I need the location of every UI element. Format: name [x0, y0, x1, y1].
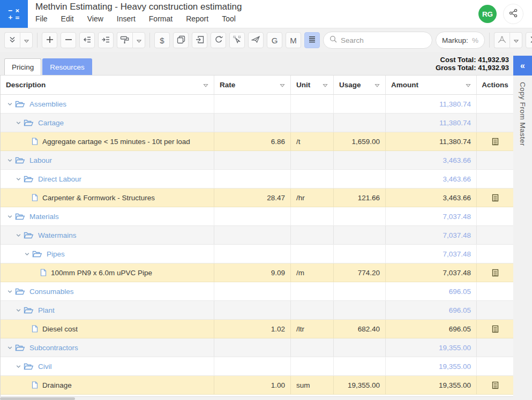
pdf-export-button[interactable]	[494, 32, 509, 48]
amount-cell[interactable]: 696.05	[386, 282, 477, 300]
chevron-down-icon[interactable]	[7, 289, 13, 295]
folder-name[interactable]: Subcontractors	[29, 344, 78, 352]
rate-cell[interactable]: 6.86	[214, 132, 291, 150]
menu-insert[interactable]: Insert	[117, 14, 136, 23]
unit-cell[interactable]: /m	[291, 263, 334, 282]
rate-cell[interactable]: 1.00	[214, 376, 291, 394]
usage-cell[interactable]	[334, 95, 386, 113]
pdf-options-button[interactable]	[509, 32, 522, 48]
amount-cell[interactable]: 19,355.00	[386, 357, 477, 375]
item-description[interactable]: 100mm PN9 x 6.0m uPVC Pipe	[51, 269, 152, 277]
table-row[interactable]: Civil19,355.00	[1, 357, 513, 376]
chevron-down-icon[interactable]	[16, 120, 21, 126]
unit-cell[interactable]	[291, 114, 334, 132]
folder-name[interactable]: Labour	[29, 156, 52, 164]
panel-expand-button[interactable]: «	[513, 56, 532, 76]
folder-name[interactable]: Civil	[38, 363, 52, 371]
rate-cell[interactable]	[214, 114, 291, 132]
share-button[interactable]	[503, 4, 523, 24]
amount-cell[interactable]: 19,355.00	[386, 338, 477, 357]
unit-cell[interactable]	[291, 338, 334, 357]
scrollbar-thumb[interactable]	[0, 397, 75, 400]
usage-cell[interactable]	[334, 151, 386, 169]
rate-cell[interactable]	[214, 226, 291, 244]
rate-cell[interactable]	[214, 338, 291, 357]
format-painter-options-button[interactable]	[132, 32, 145, 48]
amount-cell[interactable]: 696.05	[386, 301, 477, 319]
rate-cell[interactable]	[214, 95, 291, 113]
rate-cell[interactable]	[214, 301, 291, 319]
usage-cell[interactable]: 19,355.00	[334, 376, 386, 394]
column-header-description[interactable]: Description	[1, 76, 214, 94]
detail-report-icon[interactable]	[492, 194, 499, 202]
unit-cell[interactable]	[291, 282, 334, 300]
usage-cell[interactable]	[334, 301, 386, 319]
table-row[interactable]: Drainage1.00sum19,355.0019,355.00	[1, 376, 513, 395]
remove-row-button[interactable]	[61, 32, 76, 48]
menu-tool[interactable]: Tool	[222, 14, 236, 23]
amount-cell[interactable]: 11,380.74	[386, 95, 477, 113]
item-description[interactable]: Carpenter & Formwork - Structures	[42, 194, 155, 202]
table-row[interactable]: Labour3,463.66	[1, 151, 513, 170]
unit-cell[interactable]	[291, 95, 334, 113]
filter-caret-icon[interactable]	[466, 81, 471, 89]
rate-cell[interactable]	[214, 151, 291, 169]
folder-name[interactable]: Plant	[38, 306, 55, 314]
amount-cell[interactable]: 7,037.48	[386, 207, 477, 225]
chevron-down-icon[interactable]	[7, 214, 13, 220]
rate-cell[interactable]	[214, 282, 291, 300]
usage-cell[interactable]	[334, 226, 386, 244]
copy-button[interactable]	[173, 32, 189, 48]
chevron-down-icon[interactable]	[16, 307, 21, 313]
usage-cell[interactable]	[334, 170, 386, 188]
dollar-rates-button[interactable]: $	[154, 32, 170, 48]
table-row[interactable]: 100mm PN9 x 6.0m uPVC Pipe9.09/m774.207,…	[1, 263, 513, 282]
outdent-button[interactable]	[79, 32, 95, 48]
usage-cell[interactable]	[334, 114, 386, 132]
horizontal-scrollbar[interactable]	[0, 396, 513, 400]
usage-cell[interactable]: 774.20	[334, 263, 386, 282]
table-row[interactable]: Consumables696.05	[1, 282, 513, 301]
gantt-button[interactable]: G	[267, 32, 282, 48]
rate-cell[interactable]: 1.02	[214, 320, 291, 338]
detail-report-icon[interactable]	[492, 269, 499, 277]
unit-cell[interactable]	[291, 151, 334, 169]
table-row[interactable]: Subcontractors19,355.00	[1, 338, 513, 357]
chevron-down-icon[interactable]	[16, 232, 21, 238]
usage-cell[interactable]: 121.66	[334, 188, 386, 207]
table-row[interactable]: Diesel cost1.02/ltr682.40696.05	[1, 320, 513, 338]
usage-cell[interactable]	[334, 245, 386, 263]
column-header-amount[interactable]: Amount	[386, 76, 477, 94]
folder-name[interactable]: Watermains	[38, 231, 77, 239]
multi-select-button[interactable]	[229, 32, 245, 48]
filter-caret-icon[interactable]	[323, 81, 328, 89]
expand-all-button[interactable]	[4, 32, 20, 48]
indent-button[interactable]	[98, 32, 114, 48]
table-row[interactable]: Cartage11,380.74	[1, 114, 513, 132]
filter-caret-icon[interactable]	[374, 81, 380, 89]
menu-file[interactable]: File	[35, 14, 48, 23]
amount-cell[interactable]: 3,463.66	[386, 151, 477, 169]
usage-cell[interactable]	[334, 207, 386, 225]
menu-view[interactable]: View	[87, 14, 103, 23]
paste-import-button[interactable]	[192, 32, 207, 48]
unit-cell[interactable]: /ltr	[291, 320, 334, 338]
line-view-button[interactable]	[304, 32, 320, 48]
tab-pricing[interactable]: Pricing	[4, 58, 41, 75]
rate-cell[interactable]	[214, 245, 291, 263]
amount-cell[interactable]: 7,037.48	[386, 245, 477, 263]
copy-from-master-label[interactable]: Copy From Master	[519, 82, 527, 146]
amount-cell[interactable]: 3,463.66	[386, 188, 477, 207]
format-painter-button[interactable]	[117, 32, 132, 48]
usage-cell[interactable]	[334, 357, 386, 375]
refresh-button[interactable]	[211, 32, 226, 48]
filter-caret-icon[interactable]	[203, 81, 208, 89]
rate-cell[interactable]: 9.09	[214, 263, 291, 282]
item-description[interactable]: Diesel cost	[42, 325, 78, 333]
amount-cell[interactable]: 11,380.74	[386, 132, 477, 150]
add-row-button[interactable]	[42, 32, 57, 48]
chevron-down-icon[interactable]	[7, 157, 13, 163]
unit-cell[interactable]	[291, 226, 334, 244]
usage-cell[interactable]	[334, 282, 386, 300]
table-row[interactable]: Plant696.05	[1, 301, 513, 320]
